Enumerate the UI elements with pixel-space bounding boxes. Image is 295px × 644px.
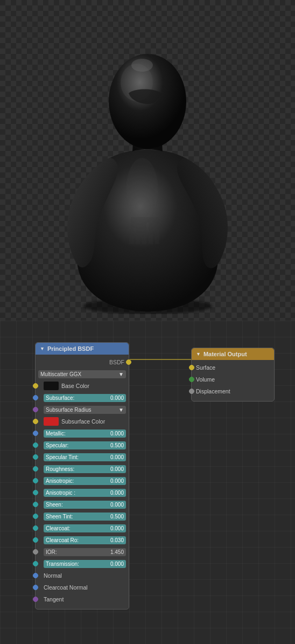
- displacement-input-socket[interactable]: [189, 389, 194, 394]
- transmission-label: Transmission:: [46, 561, 79, 567]
- clearcoat-normal-label: Clearcoat Normal: [38, 584, 88, 591]
- field-tangent: Tangent: [36, 593, 129, 605]
- subsurface-socket[interactable]: [33, 395, 38, 400]
- sheen-tint-label: Sheen Tint:: [46, 514, 73, 520]
- specular-field[interactable]: Specular: 0.500: [44, 441, 126, 449]
- transmission-value: 0.000: [110, 561, 124, 567]
- bsdf-output-socket[interactable]: [126, 359, 131, 365]
- specular-tint-field[interactable]: Specular Tint: 0.000: [44, 453, 126, 461]
- tangent-socket[interactable]: [33, 597, 38, 602]
- subsurface-radius-label: Subsurface Radius: [46, 407, 92, 413]
- specular-socket[interactable]: [33, 442, 38, 448]
- displacement-label: Displacement: [196, 388, 230, 394]
- roughness-socket[interactable]: [33, 466, 38, 472]
- ior-value: 1.450: [110, 549, 124, 555]
- surface-input-socket[interactable]: [189, 365, 194, 370]
- anisotropic-rot-socket[interactable]: [33, 490, 38, 495]
- distribution-select[interactable]: Multiscatter GGX ▼: [38, 370, 126, 378]
- field-anisotropic-rot: Anisotropic : 0.000: [36, 487, 129, 498]
- clearcoat-roughness-socket[interactable]: [33, 537, 38, 543]
- field-clearcoat-normal: Clearcoat Normal: [36, 581, 129, 593]
- ior-label: IOR:: [46, 549, 57, 555]
- surface-label: Surface: [196, 364, 215, 371]
- specular-tint-value: 0.000: [110, 454, 124, 460]
- field-normal: Normal: [36, 570, 129, 581]
- roughness-field[interactable]: Roughness: 0.000: [44, 465, 126, 473]
- volume-label: Volume: [196, 376, 215, 383]
- subsurface-color-socket[interactable]: [33, 419, 38, 424]
- field-base-color: Base Color: [36, 380, 129, 392]
- bsdf-label: BSDF: [109, 359, 124, 365]
- field-metallic: Metallic: 0.000: [36, 427, 129, 439]
- roughness-label: Roughness:: [46, 466, 74, 472]
- transmission-socket[interactable]: [33, 561, 38, 566]
- sheen-tint-field[interactable]: Sheen Tint: 0.500: [44, 513, 126, 521]
- anisotropic-field[interactable]: Anisotropic: 0.000: [44, 477, 126, 485]
- normal-label: Normal: [38, 572, 62, 579]
- normal-socket[interactable]: [33, 573, 38, 578]
- anisotropic-socket[interactable]: [33, 478, 38, 483]
- specular-tint-socket[interactable]: [33, 454, 38, 460]
- volume-input-socket[interactable]: [189, 377, 194, 382]
- principled-bsdf-node[interactable]: ▼ Principled BSDF BSDF Multiscatter GGX …: [35, 342, 129, 610]
- node-editor: ▼ Principled BSDF BSDF Multiscatter GGX …: [0, 321, 295, 644]
- sheen-value: 0.000: [110, 502, 124, 508]
- field-subsurface: Subsurface: 0.000: [36, 392, 129, 404]
- field-clearcoat: Clearcoat: 0.000: [36, 522, 129, 534]
- field-clearcoat-roughness: Clearcoat Ro: 0.030: [36, 534, 129, 546]
- anisotropic-value: 0.000: [110, 478, 124, 484]
- displacement-row: Displacement: [192, 385, 274, 397]
- material-output-header: ▼ Material Output: [192, 348, 274, 360]
- anisotropic-rot-value: 0.000: [110, 490, 124, 496]
- clearcoat-field[interactable]: Clearcoat: 0.000: [44, 524, 126, 532]
- sheen-tint-socket[interactable]: [33, 514, 38, 519]
- clearcoat-socket[interactable]: [33, 525, 38, 531]
- base-color-swatch[interactable]: [44, 382, 59, 390]
- clearcoat-normal-socket[interactable]: [33, 585, 38, 590]
- material-collapse-arrow: ▼: [196, 351, 201, 357]
- subsurface-radius-field[interactable]: Subsurface Radius ▼: [44, 406, 126, 414]
- bsdf-output-row: BSDF: [36, 356, 129, 368]
- subsurface-radius-socket[interactable]: [33, 407, 38, 412]
- subsurface-radius-arrow: ▼: [118, 407, 124, 413]
- material-output-node[interactable]: ▼ Material Output Surface Volume Displac…: [191, 348, 275, 401]
- base-color-label: Base Color: [60, 383, 89, 389]
- ior-field[interactable]: IOR: 1.450: [44, 548, 126, 556]
- field-ior: IOR: 1.450: [36, 546, 129, 558]
- metallic-field[interactable]: Metallic: 0.000: [44, 430, 126, 438]
- field-subsurface-color: Subsurface Color: [36, 416, 129, 427]
- material-output-body: Surface Volume Displacement: [192, 360, 274, 401]
- tangent-label: Tangent: [38, 596, 64, 603]
- metallic-value: 0.000: [110, 431, 124, 437]
- field-specular: Specular: 0.500: [36, 439, 129, 451]
- ior-socket[interactable]: [33, 549, 38, 555]
- surface-row: Surface: [192, 362, 274, 373]
- sheen-label: Sheen:: [46, 502, 63, 508]
- distribution-arrow: ▼: [118, 371, 124, 377]
- volume-row: Volume: [192, 373, 274, 385]
- anisotropic-rot-label: Anisotropic :: [46, 490, 75, 496]
- transmission-field[interactable]: Transmission: 0.000: [44, 560, 126, 568]
- sheen-socket[interactable]: [33, 502, 38, 507]
- subsurface-field[interactable]: Subsurface: 0.000: [44, 394, 126, 402]
- metallic-socket[interactable]: [33, 431, 38, 436]
- field-specular-tint: Specular Tint: 0.000: [36, 451, 129, 463]
- anisotropic-rot-field[interactable]: Anisotropic : 0.000: [44, 489, 126, 497]
- base-color-socket[interactable]: [33, 383, 38, 389]
- distribution-row: Multiscatter GGX ▼: [36, 368, 129, 380]
- specular-label: Specular:: [46, 442, 68, 448]
- field-anisotropic: Anisotropic: 0.000: [36, 475, 129, 487]
- sheen-tint-value: 0.500: [110, 514, 124, 520]
- subsurface-value: 0.000: [110, 395, 124, 401]
- svg-point-3: [131, 59, 153, 72]
- subsurface-color-swatch[interactable]: [44, 417, 59, 426]
- clearcoat-label: Clearcoat:: [46, 525, 71, 531]
- collapse-arrow: ▼: [40, 346, 45, 351]
- clearcoat-roughness-field[interactable]: Clearcoat Ro: 0.030: [44, 536, 126, 544]
- sheen-field[interactable]: Sheen: 0.000: [44, 501, 126, 509]
- specular-value: 0.500: [110, 442, 124, 448]
- specular-tint-label: Specular Tint:: [46, 454, 79, 460]
- field-sheen-tint: Sheen Tint: 0.500: [36, 510, 129, 522]
- clearcoat-roughness-label: Clearcoat Ro:: [46, 537, 79, 543]
- principled-node-body: BSDF Multiscatter GGX ▼ Base Color: [36, 355, 129, 609]
